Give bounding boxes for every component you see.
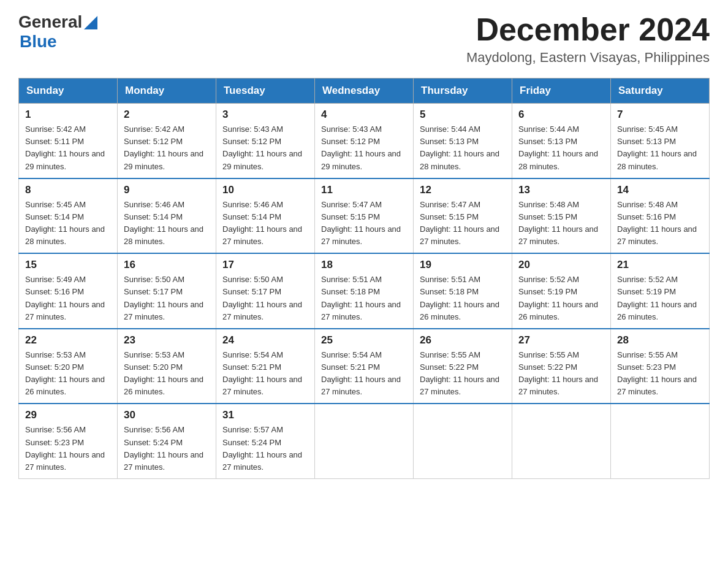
weekday-header-friday: Friday	[512, 79, 611, 104]
weekday-header-monday: Monday	[118, 79, 216, 104]
day-info: Sunrise: 5:47 AMSunset: 5:15 PMDaylight:…	[420, 199, 506, 248]
day-number: 9	[124, 184, 210, 196]
calendar-cell: 23Sunrise: 5:53 AMSunset: 5:20 PMDayligh…	[118, 329, 216, 404]
day-info: Sunrise: 5:47 AMSunset: 5:15 PMDaylight:…	[321, 199, 407, 248]
calendar-cell: 19Sunrise: 5:51 AMSunset: 5:18 PMDayligh…	[414, 253, 512, 329]
day-number: 31	[222, 409, 308, 421]
calendar-cell: 11Sunrise: 5:47 AMSunset: 5:15 PMDayligh…	[315, 178, 414, 254]
calendar-cell: 13Sunrise: 5:48 AMSunset: 5:15 PMDayligh…	[512, 178, 611, 254]
page-header: General Blue December 2024 Maydolong, Ea…	[18, 12, 710, 66]
logo-blue-text: Blue	[20, 32, 57, 51]
weekday-header-wednesday: Wednesday	[315, 79, 414, 104]
day-info: Sunrise: 5:56 AMSunset: 5:23 PMDaylight:…	[25, 424, 111, 473]
day-info: Sunrise: 5:45 AMSunset: 5:14 PMDaylight:…	[25, 199, 111, 248]
calendar-cell: 29Sunrise: 5:56 AMSunset: 5:23 PMDayligh…	[19, 404, 118, 478]
day-info: Sunrise: 5:53 AMSunset: 5:20 PMDaylight:…	[124, 349, 210, 399]
day-info: Sunrise: 5:52 AMSunset: 5:19 PMDaylight:…	[518, 274, 604, 323]
day-info: Sunrise: 5:43 AMSunset: 5:12 PMDaylight:…	[321, 123, 407, 173]
day-number: 3	[222, 109, 308, 121]
calendar-cell: 7Sunrise: 5:45 AMSunset: 5:13 PMDaylight…	[611, 104, 710, 178]
calendar-cell: 10Sunrise: 5:46 AMSunset: 5:14 PMDayligh…	[216, 178, 315, 254]
day-info: Sunrise: 5:54 AMSunset: 5:21 PMDaylight:…	[321, 349, 407, 399]
day-number: 24	[222, 334, 308, 347]
weekday-header-row: SundayMondayTuesdayWednesdayThursdayFrid…	[19, 79, 710, 104]
calendar-week-row: 29Sunrise: 5:56 AMSunset: 5:23 PMDayligh…	[19, 404, 710, 478]
svg-marker-0	[84, 16, 97, 29]
day-info: Sunrise: 5:51 AMSunset: 5:18 PMDaylight:…	[420, 274, 506, 323]
day-number: 16	[124, 259, 210, 271]
calendar-cell: 25Sunrise: 5:54 AMSunset: 5:21 PMDayligh…	[315, 329, 414, 404]
day-info: Sunrise: 5:57 AMSunset: 5:24 PMDaylight:…	[222, 424, 308, 473]
calendar-cell: 26Sunrise: 5:55 AMSunset: 5:22 PMDayligh…	[414, 329, 512, 404]
calendar-cell: 17Sunrise: 5:50 AMSunset: 5:17 PMDayligh…	[216, 253, 315, 329]
day-number: 5	[420, 109, 506, 121]
calendar-cell: 8Sunrise: 5:45 AMSunset: 5:14 PMDaylight…	[19, 178, 118, 254]
day-number: 25	[321, 334, 407, 347]
calendar-cell: 14Sunrise: 5:48 AMSunset: 5:16 PMDayligh…	[611, 178, 710, 254]
day-info: Sunrise: 5:44 AMSunset: 5:13 PMDaylight:…	[420, 123, 506, 173]
day-number: 23	[124, 334, 210, 347]
day-number: 14	[617, 184, 703, 196]
calendar-cell: 6Sunrise: 5:44 AMSunset: 5:13 PMDaylight…	[512, 104, 611, 178]
weekday-header-thursday: Thursday	[414, 79, 512, 104]
location-title: Maydolong, Eastern Visayas, Philippines	[466, 50, 710, 66]
day-info: Sunrise: 5:43 AMSunset: 5:12 PMDaylight:…	[222, 123, 308, 173]
calendar-cell: 4Sunrise: 5:43 AMSunset: 5:12 PMDaylight…	[315, 104, 414, 178]
calendar-cell: 27Sunrise: 5:55 AMSunset: 5:22 PMDayligh…	[512, 329, 611, 404]
day-number: 27	[518, 334, 604, 347]
day-number: 4	[321, 109, 407, 121]
calendar-cell	[512, 404, 611, 478]
calendar-week-row: 8Sunrise: 5:45 AMSunset: 5:14 PMDaylight…	[19, 178, 710, 254]
calendar-cell	[414, 404, 512, 478]
day-info: Sunrise: 5:49 AMSunset: 5:16 PMDaylight:…	[25, 274, 111, 323]
day-number: 19	[420, 259, 506, 271]
calendar-week-row: 22Sunrise: 5:53 AMSunset: 5:20 PMDayligh…	[19, 329, 710, 404]
calendar-cell: 15Sunrise: 5:49 AMSunset: 5:16 PMDayligh…	[19, 253, 118, 329]
calendar-cell: 12Sunrise: 5:47 AMSunset: 5:15 PMDayligh…	[414, 178, 512, 254]
day-number: 12	[420, 184, 506, 196]
day-info: Sunrise: 5:44 AMSunset: 5:13 PMDaylight:…	[518, 123, 604, 173]
calendar-table: SundayMondayTuesdayWednesdayThursdayFrid…	[18, 78, 710, 479]
month-title: December 2024	[466, 12, 710, 47]
calendar-cell: 5Sunrise: 5:44 AMSunset: 5:13 PMDaylight…	[414, 104, 512, 178]
day-info: Sunrise: 5:53 AMSunset: 5:20 PMDaylight:…	[25, 349, 111, 399]
day-number: 6	[518, 109, 604, 121]
calendar-cell: 30Sunrise: 5:56 AMSunset: 5:24 PMDayligh…	[118, 404, 216, 478]
day-number: 10	[222, 184, 308, 196]
calendar-cell: 1Sunrise: 5:42 AMSunset: 5:11 PMDaylight…	[19, 104, 118, 178]
day-info: Sunrise: 5:52 AMSunset: 5:19 PMDaylight:…	[617, 274, 703, 323]
day-number: 15	[25, 259, 111, 271]
day-info: Sunrise: 5:42 AMSunset: 5:11 PMDaylight:…	[25, 123, 111, 173]
calendar-week-row: 1Sunrise: 5:42 AMSunset: 5:11 PMDaylight…	[19, 104, 710, 178]
title-section: December 2024 Maydolong, Eastern Visayas…	[466, 12, 710, 66]
weekday-header-tuesday: Tuesday	[216, 79, 315, 104]
day-info: Sunrise: 5:46 AMSunset: 5:14 PMDaylight:…	[124, 199, 210, 248]
calendar-cell: 22Sunrise: 5:53 AMSunset: 5:20 PMDayligh…	[19, 329, 118, 404]
calendar-cell	[315, 404, 414, 478]
day-number: 30	[124, 409, 210, 421]
logo-general-text: General	[18, 12, 82, 32]
weekday-header-saturday: Saturday	[611, 79, 710, 104]
day-info: Sunrise: 5:54 AMSunset: 5:21 PMDaylight:…	[222, 349, 308, 399]
calendar-cell: 21Sunrise: 5:52 AMSunset: 5:19 PMDayligh…	[611, 253, 710, 329]
calendar-cell: 3Sunrise: 5:43 AMSunset: 5:12 PMDaylight…	[216, 104, 315, 178]
calendar-cell: 2Sunrise: 5:42 AMSunset: 5:12 PMDaylight…	[118, 104, 216, 178]
calendar-cell	[611, 404, 710, 478]
day-number: 26	[420, 334, 506, 347]
day-info: Sunrise: 5:50 AMSunset: 5:17 PMDaylight:…	[222, 274, 308, 323]
day-number: 20	[518, 259, 604, 271]
day-info: Sunrise: 5:50 AMSunset: 5:17 PMDaylight:…	[124, 274, 210, 323]
day-number: 1	[25, 109, 111, 121]
day-number: 28	[617, 334, 703, 347]
day-info: Sunrise: 5:56 AMSunset: 5:24 PMDaylight:…	[124, 424, 210, 473]
calendar-cell: 18Sunrise: 5:51 AMSunset: 5:18 PMDayligh…	[315, 253, 414, 329]
day-number: 13	[518, 184, 604, 196]
logo: General Blue	[18, 12, 97, 52]
calendar-cell: 16Sunrise: 5:50 AMSunset: 5:17 PMDayligh…	[118, 253, 216, 329]
day-number: 18	[321, 259, 407, 271]
day-info: Sunrise: 5:42 AMSunset: 5:12 PMDaylight:…	[124, 123, 210, 173]
day-info: Sunrise: 5:48 AMSunset: 5:16 PMDaylight:…	[617, 199, 703, 248]
day-info: Sunrise: 5:45 AMSunset: 5:13 PMDaylight:…	[617, 123, 703, 173]
day-info: Sunrise: 5:48 AMSunset: 5:15 PMDaylight:…	[518, 199, 604, 248]
day-number: 29	[25, 409, 111, 421]
